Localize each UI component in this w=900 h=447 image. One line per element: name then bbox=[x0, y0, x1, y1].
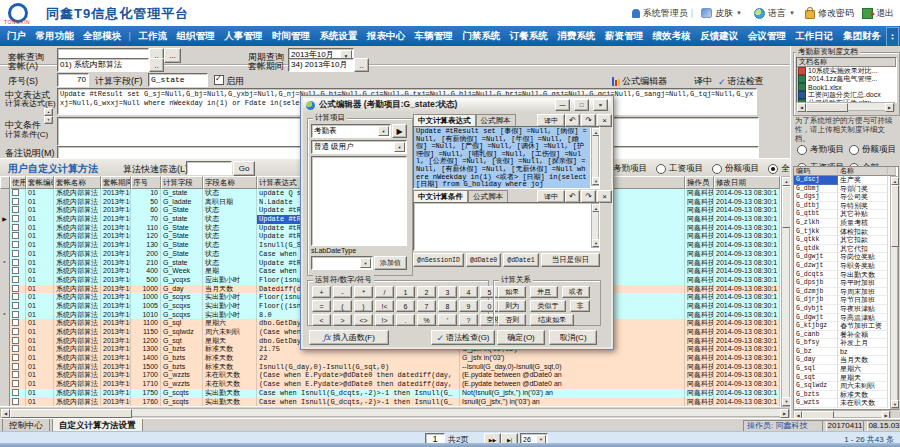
document-item[interactable]: 2014.1zz鑫电气管理... bbox=[797, 75, 896, 83]
document-item[interactable]: 10系统实施效果对比... bbox=[797, 67, 896, 75]
use-checkbox[interactable] bbox=[12, 380, 19, 387]
table-row[interactable]: 01系统内部算法2013年10月1710G_wzzts未在职天数(Case wh… bbox=[0, 380, 790, 389]
keypad-button[interactable]: ? bbox=[459, 314, 478, 326]
condition-tab[interactable]: 中文计算条件 bbox=[413, 190, 468, 202]
change-password-button[interactable]: 修改密码 bbox=[805, 6, 854, 20]
menu-item[interactable]: 常用功能 bbox=[33, 30, 75, 43]
user-level-select[interactable]: 普通 级用户 ▼ bbox=[311, 140, 407, 154]
menu-item[interactable]: 车辆管理 bbox=[413, 30, 455, 43]
keypad-button[interactable]: / bbox=[375, 286, 394, 298]
menu-item[interactable]: 绩效考核 bbox=[651, 30, 693, 43]
menu-item[interactable]: 反馈建议 bbox=[698, 30, 740, 43]
docs-horizontal-scrollbar[interactable]: ◀ ▶ bbox=[796, 102, 895, 111]
relation-button[interactable]: 如果 bbox=[498, 286, 526, 298]
enabled-checkbox[interactable] bbox=[214, 75, 224, 85]
relation-button[interactable]: 类似于 bbox=[530, 300, 566, 312]
items-header-name[interactable]: 名称 bbox=[838, 167, 888, 176]
items-header-code[interactable]: 编码 bbox=[794, 167, 838, 176]
keypad-button[interactable]: > bbox=[333, 314, 352, 326]
language-menu[interactable]: 语言 ▼ bbox=[754, 6, 795, 20]
use-checkbox[interactable] bbox=[12, 302, 19, 309]
keypad-button[interactable]: 9 bbox=[459, 300, 478, 312]
chevron-down-icon[interactable]: ▼ bbox=[360, 258, 371, 268]
list-item[interactable]: G_sqlwdz周六未到职 bbox=[794, 382, 898, 391]
use-checkbox[interactable] bbox=[12, 224, 19, 231]
spinner-up-icon[interactable]: ▲ bbox=[44, 108, 53, 116]
variable-button[interactable]: @dDate0 bbox=[466, 253, 501, 267]
account-query-browse-button[interactable]: ... bbox=[164, 48, 181, 63]
list-item[interactable]: G_bzts标准天数 bbox=[794, 391, 898, 400]
use-checkbox[interactable] bbox=[12, 345, 19, 352]
list-item[interactable]: G_sqt星期天 bbox=[794, 374, 898, 383]
cancel-button[interactable]: 取消(C) bbox=[549, 330, 597, 345]
use-checkbox[interactable] bbox=[12, 276, 19, 283]
keypad-button[interactable]: !> bbox=[375, 314, 394, 326]
keypad-button[interactable]: + bbox=[312, 286, 331, 298]
syntax-check-button[interactable]: ✓ 语法检查 bbox=[718, 75, 764, 88]
keypad-button[interactable]: 7 bbox=[417, 300, 436, 312]
list-item[interactable]: G_day当月天数 bbox=[794, 356, 898, 365]
menu-item[interactable]: 集团财务 bbox=[841, 30, 883, 43]
scroll-left-icon[interactable]: ◀ bbox=[797, 103, 806, 112]
docs-list-header[interactable]: 文档名称 bbox=[797, 58, 896, 66]
menu-item[interactable]: 薪资管理 bbox=[603, 30, 645, 43]
filter-input[interactable] bbox=[186, 161, 232, 175]
menu-scroll-buttons[interactable]: ▲ ▼ bbox=[886, 27, 899, 47]
column-header[interactable]: 计算字段 bbox=[161, 176, 203, 189]
cn-expression-area[interactable]: Update #tResult set [事假] =Null, [病假] =Nu… bbox=[413, 126, 600, 189]
menu-item[interactable]: 时间管理 bbox=[270, 30, 312, 43]
scroll-up-icon[interactable]: ▲ bbox=[592, 128, 600, 136]
list-item[interactable]: G_dtbj导特别奖 bbox=[794, 202, 898, 211]
scroll-down-icon[interactable]: ▼ bbox=[592, 177, 600, 185]
keypad-button[interactable]: ' bbox=[438, 314, 457, 326]
list-item[interactable]: G_sql星期六 bbox=[794, 365, 898, 374]
use-checkbox[interactable] bbox=[12, 232, 19, 239]
use-checkbox[interactable] bbox=[12, 206, 19, 213]
column-header[interactable]: 套帐名称 bbox=[54, 176, 101, 189]
list-item[interactable]: G_dzmjb导周末加班 bbox=[794, 288, 898, 297]
menu-item[interactable]: 门禁系统 bbox=[460, 30, 502, 43]
variable-button[interactable]: @nSessionID bbox=[413, 253, 464, 267]
cn-condition-area[interactable]: ▲ ▼ bbox=[413, 202, 600, 251]
column-header[interactable]: 套帐期间 bbox=[101, 176, 131, 189]
expression-spinner[interactable]: ▲ ▼ bbox=[44, 108, 53, 120]
expand-button[interactable]: ▶ bbox=[392, 124, 407, 138]
table-vertical-scrollbar[interactable]: ▲ ▼ bbox=[781, 176, 790, 407]
close-button[interactable]: × bbox=[593, 99, 608, 111]
scroll-up-icon[interactable]: ▲ bbox=[592, 204, 600, 212]
keypad-button[interactable]: 3 bbox=[438, 286, 457, 298]
list-item[interactable]: G_qtkk其它扣款 bbox=[794, 236, 898, 245]
use-checkbox[interactable] bbox=[12, 250, 19, 257]
keypad-button[interactable]: < bbox=[312, 314, 331, 326]
list-item[interactable]: G_dbmj导部门奖 bbox=[794, 185, 898, 194]
menu-item[interactable]: 门户 bbox=[5, 30, 28, 43]
scroll-down-icon[interactable]: ▼ bbox=[891, 37, 895, 41]
keypad-button[interactable]: % bbox=[417, 314, 436, 326]
sidebar-category-radio[interactable]: 份额项目 bbox=[849, 144, 897, 156]
account-period-input[interactable]: 34) 2013年10月 bbox=[288, 58, 354, 72]
list-item[interactable]: G_dzwjt导职务奖贴 bbox=[794, 262, 898, 271]
scroll-right-icon[interactable]: ▶ bbox=[885, 103, 894, 112]
keypad-button[interactable]: 6 bbox=[396, 300, 415, 312]
calc-table-select[interactable]: 考勤表 ▼ bbox=[311, 124, 391, 138]
use-checkbox[interactable] bbox=[12, 293, 19, 300]
relation-button[interactable]: 则为 bbox=[498, 300, 526, 312]
document-item[interactable]: Book1.xlsx bbox=[797, 83, 896, 91]
minimize-button[interactable]: — bbox=[555, 99, 570, 111]
menu-item[interactable]: 会议管理 bbox=[746, 30, 788, 43]
list-item[interactable]: G_qtdk其它代扣 bbox=[794, 245, 898, 254]
column-header[interactable]: 序号 bbox=[131, 176, 161, 189]
field-listbox[interactable] bbox=[311, 156, 407, 246]
menu-item[interactable]: 组织管理 bbox=[175, 30, 217, 43]
document-item[interactable]: 工资问题分类汇总.docx bbox=[797, 91, 896, 99]
list-item[interactable]: G_tjkk体检扣款 bbox=[794, 228, 898, 237]
menu-item[interactable]: 报表中心 bbox=[365, 30, 407, 43]
use-checkbox[interactable] bbox=[12, 241, 19, 248]
maximize-button[interactable]: □ bbox=[574, 99, 589, 111]
keypad-button[interactable]: <> bbox=[354, 314, 373, 326]
use-checkbox[interactable] bbox=[12, 319, 19, 326]
items-vertical-scrollbar[interactable]: ▲ ▼ bbox=[890, 176, 898, 409]
items-horizontal-scrollbar[interactable]: ◀ ▶ bbox=[793, 410, 891, 418]
dialog-syntax-check-button[interactable]: ✓ 语法检查(G) bbox=[431, 330, 495, 345]
use-checkbox[interactable] bbox=[12, 337, 19, 344]
